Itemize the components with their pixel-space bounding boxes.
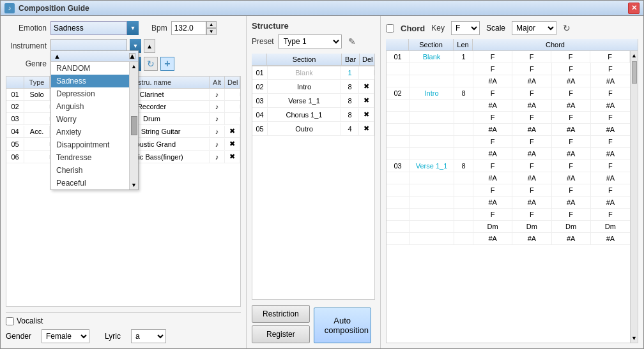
title-bar: ♪ Composition Guide ✕ bbox=[1, 1, 643, 16]
preset-row: Preset Type 1 ✎ bbox=[252, 34, 375, 48]
emotion-option-cherish[interactable]: Cherish bbox=[51, 164, 129, 177]
vocalist-checkbox[interactable] bbox=[6, 317, 14, 325]
vocalist-section: Vocalist Gender Female Male Lyric a bbox=[6, 312, 241, 343]
th-type: Type bbox=[24, 77, 50, 88]
chord-header: Chord Key F Scale Major ↻ bbox=[386, 21, 638, 35]
left-panel: Emotion Sadness ▼ Bpm 132.0 ▲ ▼ bbox=[1, 16, 247, 348]
lyric-label: Lyric bbox=[105, 332, 121, 341]
chord-row-intro-start: 02 Intro 8 F F F F bbox=[387, 87, 630, 100]
emotion-option-random[interactable]: RANDOM bbox=[51, 62, 129, 75]
emotion-option-depression[interactable]: Depression bbox=[51, 87, 129, 100]
chord-scrollbar[interactable]: ▲ ▼ bbox=[630, 51, 638, 343]
chord-row: #A #A #A #A bbox=[387, 197, 630, 209]
chord-row: F F F F bbox=[387, 63, 630, 75]
emotion-option-anxiety[interactable]: Anxiety bbox=[51, 126, 129, 138]
chord-rows-container: 01 Blank 1 F F F F bbox=[387, 51, 630, 343]
preset-select[interactable]: Type 1 bbox=[278, 34, 342, 48]
emotion-option-disappointment[interactable]: Disappointment bbox=[51, 138, 129, 151]
emotion-dropdown-menu: ▲ ▲ RANDOM Sadness Depression Anguish Wo… bbox=[50, 50, 139, 190]
main-content: Emotion Sadness ▼ Bpm 132.0 ▲ ▼ bbox=[1, 16, 643, 348]
action-buttons: Restriction Register Auto composition bbox=[252, 300, 375, 343]
cth-len: Len bbox=[454, 39, 473, 50]
refresh-chord-icon[interactable]: ↻ bbox=[563, 23, 571, 33]
emotion-option-tendresse[interactable]: Tendresse bbox=[51, 151, 129, 164]
note-icon: ♪ bbox=[215, 91, 219, 98]
close-button[interactable]: ✕ bbox=[628, 3, 640, 14]
struct-row: 03 Verse 1_1 8 ✖ bbox=[252, 94, 374, 108]
struct-row: 05 Outro 4 ✖ bbox=[252, 122, 374, 136]
chord-table: 01 Blank 1 F F F F bbox=[386, 51, 638, 343]
refresh-genre-button[interactable]: ↻ bbox=[144, 57, 158, 71]
gender-label: Gender bbox=[6, 332, 31, 341]
dropdown-list-container: RANDOM Sadness Depression Anguish Worry … bbox=[51, 62, 138, 189]
bpm-spinner[interactable]: ▲ ▼ bbox=[206, 21, 217, 35]
dropdown-scroll-up[interactable]: ▲ bbox=[129, 53, 135, 59]
left-buttons: Restriction Register bbox=[252, 305, 310, 343]
gender-select[interactable]: Female Male bbox=[42, 329, 89, 343]
cth-section: Section bbox=[409, 39, 454, 50]
cth-num bbox=[386, 39, 409, 50]
scroll-up-arrow[interactable]: ▲ bbox=[131, 63, 137, 70]
restriction-button[interactable]: Restriction bbox=[252, 305, 310, 323]
auto-composition-button[interactable]: Auto composition bbox=[314, 308, 371, 343]
main-window: ♪ Composition Guide ✕ Emotion Sadness ▼ … bbox=[0, 0, 644, 349]
sth-num bbox=[252, 54, 267, 65]
genre-label: Genre bbox=[6, 59, 50, 68]
dropdown-list: RANDOM Sadness Depression Anguish Worry … bbox=[51, 62, 129, 189]
edit-preset-icon[interactable]: ✎ bbox=[346, 35, 358, 48]
struct-row: 01 Blank 1 bbox=[252, 66, 374, 80]
chord-table-header: Section Len Chord bbox=[386, 39, 638, 51]
chord-row: #A #A #A #A bbox=[387, 100, 630, 112]
scroll-thumb bbox=[131, 116, 137, 135]
middle-panel: Structure Preset Type 1 ✎ Section Bar De… bbox=[247, 16, 381, 348]
instrument-scrollbar[interactable]: ▲ bbox=[144, 39, 155, 53]
chord-row-verse-start: 03 Verse 1_1 8 F F F F bbox=[387, 160, 630, 172]
gender-lyric-row: Gender Female Male Lyric a bbox=[6, 329, 241, 343]
window-title: Composition Guide bbox=[19, 4, 628, 13]
scroll-down-arrow[interactable]: ▼ bbox=[131, 182, 137, 188]
bpm-up[interactable]: ▲ bbox=[206, 21, 217, 28]
add-instrument-button[interactable]: + bbox=[160, 57, 174, 71]
structure-table-header: Section Bar Del bbox=[252, 54, 375, 66]
lyric-select[interactable]: a bbox=[131, 329, 166, 343]
th-del: Del bbox=[225, 77, 240, 88]
key-select[interactable]: F bbox=[451, 21, 480, 35]
chord-row: #A #A #A #A bbox=[387, 75, 630, 87]
sth-section: Section bbox=[267, 54, 342, 65]
emotion-label: Emotion bbox=[6, 24, 50, 33]
dropdown-scrollbar[interactable]: ▲ ▼ bbox=[129, 62, 138, 189]
register-button[interactable]: Register bbox=[252, 325, 310, 343]
structure-title: Structure bbox=[252, 21, 375, 31]
chord-row: F F F F bbox=[387, 136, 630, 148]
bpm-down[interactable]: ▼ bbox=[206, 28, 217, 35]
chord-scroll-thumb bbox=[632, 61, 637, 84]
chord-title: Chord bbox=[401, 24, 425, 33]
struct-row: 02 Intro 8 ✖ bbox=[252, 80, 374, 94]
chord-scroll-down[interactable]: ▼ bbox=[631, 335, 637, 341]
structure-table: 01 Blank 1 02 Intro 8 ✖ 03 Verse 1_1 8 ✖ bbox=[252, 66, 375, 300]
th-alt: Alt bbox=[210, 77, 225, 88]
chord-row: #A #A #A #A bbox=[387, 172, 630, 184]
bpm-label: Bpm bbox=[151, 24, 167, 33]
emotion-option-peaceful[interactable]: Peaceful bbox=[51, 177, 129, 189]
preset-label: Preset bbox=[252, 37, 274, 46]
chord-scroll-up[interactable]: ▲ bbox=[631, 52, 637, 59]
dropdown-header: ▲ ▲ bbox=[51, 51, 138, 62]
scale-label: Scale bbox=[486, 24, 505, 33]
bpm-value[interactable]: 132.0 bbox=[171, 21, 206, 35]
th-num bbox=[6, 77, 24, 88]
right-panel: Chord Key F Scale Major ↻ Section Len Ch… bbox=[381, 16, 643, 348]
emotion-row: Emotion Sadness ▼ Bpm 132.0 ▲ ▼ bbox=[6, 21, 241, 35]
emotion-dropdown-arrow[interactable]: ▼ bbox=[127, 21, 139, 35]
emotion-option-sadness[interactable]: Sadness bbox=[51, 75, 129, 87]
chord-checkbox[interactable] bbox=[386, 24, 394, 33]
emotion-value: Sadness bbox=[54, 24, 84, 33]
chord-row: #A #A #A #A bbox=[387, 124, 630, 136]
vocalist-checkbox-label[interactable]: Vocalist bbox=[6, 316, 241, 325]
emotion-option-anguish[interactable]: Anguish bbox=[51, 100, 129, 113]
scale-select[interactable]: Major bbox=[512, 21, 556, 35]
chord-row: Dm Dm Dm Dm bbox=[387, 221, 630, 233]
emotion-dropdown[interactable]: Sadness bbox=[50, 21, 127, 35]
emotion-option-worry[interactable]: Worry bbox=[51, 113, 129, 126]
chord-row-blank: 01 Blank 1 F F F F bbox=[387, 51, 630, 63]
